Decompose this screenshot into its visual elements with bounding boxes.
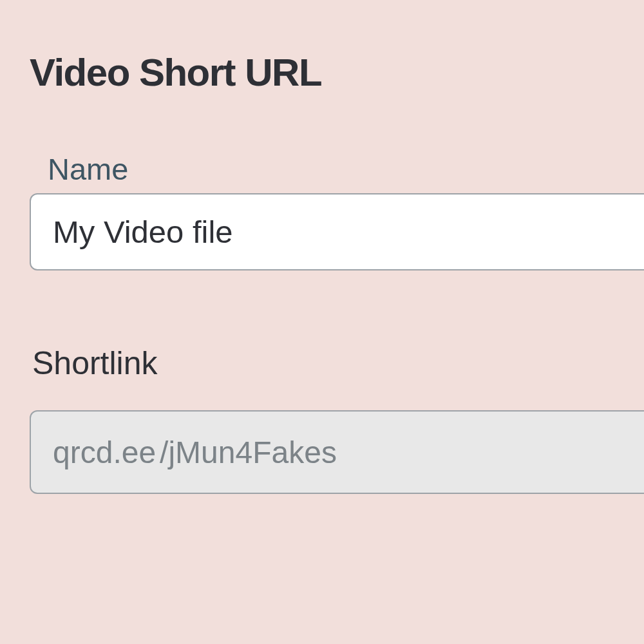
shortlink-label: Shortlink	[32, 345, 644, 382]
shortlink-section: Shortlink qrcd.ee /jMun4Fakes	[30, 345, 644, 494]
name-field-group: Name	[30, 151, 644, 270]
shortlink-domain: qrcd.ee	[53, 435, 156, 470]
shortlink-path: /jMun4Fakes	[160, 435, 337, 470]
shortlink-display: qrcd.ee /jMun4Fakes	[30, 410, 644, 494]
page-title: Video Short URL	[30, 50, 644, 95]
name-label: Name	[48, 151, 644, 187]
name-input[interactable]	[30, 193, 644, 270]
